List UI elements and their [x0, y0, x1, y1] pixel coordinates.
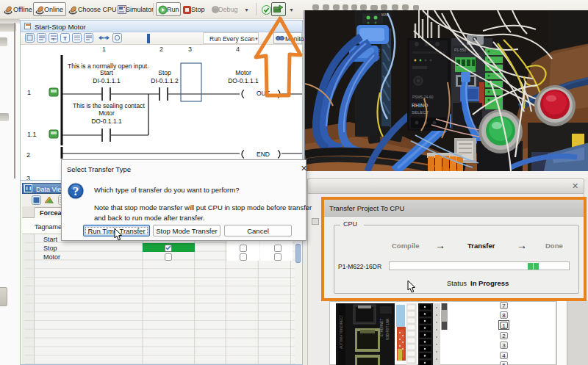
svg-text:AUTOMATIONDIRECT: AUTOMATIONDIRECT	[340, 314, 343, 349]
svg-text:PSMS-24-60: PSMS-24-60	[412, 95, 434, 99]
svg-text:?: ?	[73, 184, 79, 198]
svg-text:ETHERNET: ETHERNET	[380, 318, 384, 336]
svg-text:T: T	[52, 37, 54, 42]
svg-text:P1-550: P1-550	[454, 48, 466, 52]
svg-text:T: T	[63, 35, 67, 42]
svg-text:USB RST LNK: USB RST LNK	[386, 319, 390, 340]
